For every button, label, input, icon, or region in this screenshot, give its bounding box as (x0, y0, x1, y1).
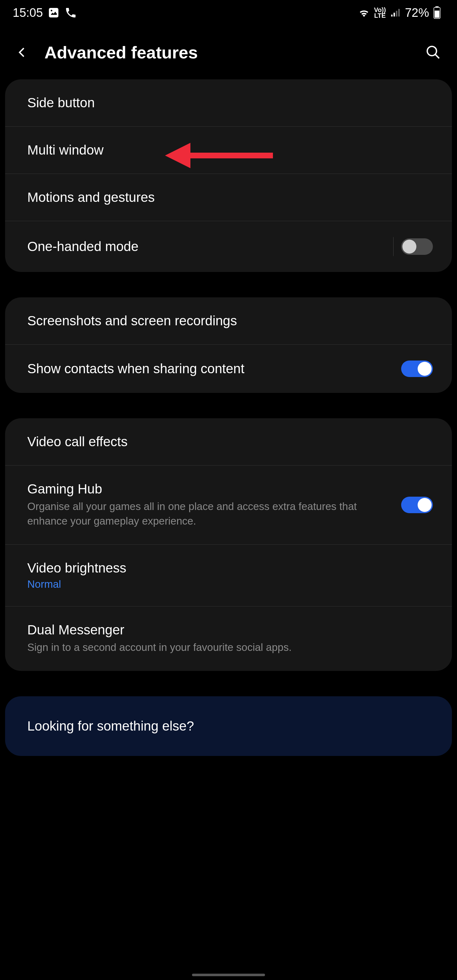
home-indicator[interactable] (192, 974, 265, 976)
page-title: Advanced features (45, 43, 409, 62)
header: Advanced features (0, 25, 457, 80)
item-title: Multi window (27, 143, 424, 158)
gaming-hub-item[interactable]: Gaming Hub Organise all your games all i… (5, 466, 452, 544)
show-contacts-toggle[interactable] (401, 361, 433, 377)
settings-card: Video call effects Gaming Hub Organise a… (5, 418, 452, 671)
status-left: 15:05 (13, 6, 77, 20)
item-title: Gaming Hub (27, 481, 392, 497)
item-title: Motions and gestures (27, 190, 424, 205)
item-title: Video call effects (27, 434, 424, 449)
footer-card[interactable]: Looking for something else? (5, 696, 452, 756)
screenshots-item[interactable]: Screenshots and screen recordings (5, 298, 452, 345)
status-bar: 15:05 Vo))LTE 72% (0, 0, 457, 25)
status-right: Vo))LTE 72% (358, 6, 441, 20)
settings-card: Side button Multi window Motions and ges… (5, 80, 452, 272)
multi-window-item[interactable]: Multi window (5, 127, 452, 174)
phone-icon (64, 6, 77, 19)
item-title: Video brightness (27, 560, 424, 576)
dual-messenger-item[interactable]: Dual Messenger Sign in to a second accou… (5, 606, 452, 671)
item-title: Dual Messenger (27, 622, 424, 638)
status-time: 15:05 (13, 6, 43, 20)
video-call-effects-item[interactable]: Video call effects (5, 418, 452, 466)
item-value: Normal (27, 578, 424, 590)
battery-percent: 72% (405, 6, 429, 20)
one-handed-toggle[interactable] (401, 238, 433, 255)
volte-icon: Vo))LTE (374, 7, 386, 18)
svg-point-9 (427, 46, 436, 56)
item-title: One-handed mode (27, 239, 384, 254)
one-handed-mode-item[interactable]: One-handed mode (5, 221, 452, 272)
battery-icon (433, 6, 441, 19)
toggle-divider (393, 237, 393, 256)
signal-icon (390, 7, 401, 18)
svg-rect-5 (398, 9, 400, 16)
gaming-hub-toggle[interactable] (401, 497, 433, 513)
item-title: Screenshots and screen recordings (27, 313, 424, 328)
svg-rect-4 (396, 11, 397, 16)
item-subtitle: Organise all your games all in one place… (27, 499, 392, 528)
svg-point-1 (51, 10, 53, 11)
svg-rect-8 (435, 11, 439, 18)
wifi-icon (358, 6, 370, 19)
show-contacts-item[interactable]: Show contacts when sharing content (5, 345, 452, 393)
settings-card: Screenshots and screen recordings Show c… (5, 298, 452, 393)
item-subtitle: Sign in to a second account in your favo… (27, 640, 424, 655)
footer-title: Looking for something else? (27, 719, 430, 734)
svg-rect-3 (393, 13, 395, 16)
picture-icon (47, 6, 60, 19)
video-brightness-item[interactable]: Video brightness Normal (5, 544, 452, 606)
item-title: Side button (27, 95, 424, 110)
search-button[interactable] (419, 41, 447, 64)
back-button[interactable] (10, 41, 35, 64)
svg-rect-2 (391, 14, 393, 16)
svg-rect-0 (49, 8, 58, 18)
side-button-item[interactable]: Side button (5, 80, 452, 127)
item-title: Show contacts when sharing content (27, 361, 392, 376)
motions-gestures-item[interactable]: Motions and gestures (5, 174, 452, 221)
